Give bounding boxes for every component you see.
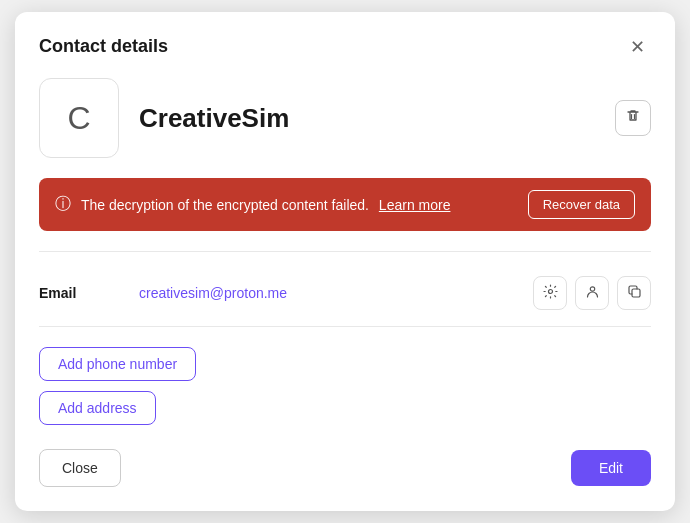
footer: Close Edit: [39, 449, 651, 487]
email-field-row: Email creativesim@proton.me: [39, 268, 651, 318]
recover-data-button[interactable]: Recover data: [528, 190, 635, 219]
add-buttons-section: Add phone number Add address: [39, 347, 651, 425]
email-copy-button[interactable]: [617, 276, 651, 310]
svg-rect-4: [632, 289, 640, 297]
close-button[interactable]: Close: [39, 449, 121, 487]
error-icon: ⓘ: [55, 194, 71, 215]
trash-icon: [625, 108, 641, 128]
email-users-button[interactable]: [575, 276, 609, 310]
error-message: The decryption of the encrypted content …: [81, 197, 518, 213]
close-icon-button[interactable]: ✕: [624, 36, 651, 58]
svg-point-3: [590, 287, 594, 291]
avatar-letter: C: [67, 100, 90, 137]
settings-icon: [543, 284, 558, 302]
modal-header: Contact details ✕: [39, 36, 651, 58]
contact-name: CreativeSim: [139, 103, 615, 134]
email-settings-button[interactable]: [533, 276, 567, 310]
avatar: C: [39, 78, 119, 158]
add-address-button[interactable]: Add address: [39, 391, 156, 425]
users-icon: [585, 284, 600, 302]
svg-point-2: [548, 290, 552, 294]
contact-details-modal: Contact details ✕ C CreativeSim ⓘ The de…: [15, 12, 675, 511]
email-value: creativesim@proton.me: [139, 285, 533, 301]
delete-button[interactable]: [615, 100, 651, 136]
close-icon: ✕: [630, 37, 645, 57]
email-actions: [533, 276, 651, 310]
add-phone-button[interactable]: Add phone number: [39, 347, 196, 381]
divider-top: [39, 251, 651, 252]
divider-bottom: [39, 326, 651, 327]
error-banner: ⓘ The decryption of the encrypted conten…: [39, 178, 651, 231]
modal-title: Contact details: [39, 36, 168, 57]
edit-button[interactable]: Edit: [571, 450, 651, 486]
learn-more-button[interactable]: Learn more: [379, 197, 451, 213]
copy-icon: [627, 284, 642, 302]
email-label: Email: [39, 285, 139, 301]
contact-row: C CreativeSim: [39, 78, 651, 158]
